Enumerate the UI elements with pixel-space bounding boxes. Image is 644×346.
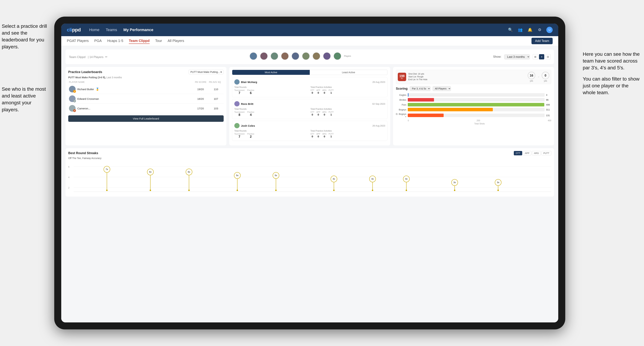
shot-circle-2: 0 yds <box>542 72 549 82</box>
pa-name-3: Josh Coles <box>241 124 255 127</box>
user-avatar[interactable]: U <box>546 27 553 33</box>
player-avatar-8[interactable] <box>323 52 331 60</box>
svg-point-8 <box>106 190 108 191</box>
bar-row-eagles: Eagles 3 <box>396 93 551 97</box>
player-avatar-2[interactable] <box>260 52 268 60</box>
people-icon[interactable]: 👥 <box>517 27 523 33</box>
scoring-filter-players[interactable]: All Players <box>432 86 451 91</box>
chart-axis: 0 200 400 <box>408 119 551 122</box>
subnav-teamclippd[interactable]: Team Clippd <box>129 38 150 44</box>
annotation-top-left: Select a practice drill and see the lead… <box>2 23 52 50</box>
svg-point-44 <box>497 190 499 191</box>
player-avatar-6[interactable] <box>302 52 310 60</box>
subnav-pgat[interactable]: PGAT Players <box>67 38 89 44</box>
shot-circles: 16 yds → 0 yds <box>528 72 549 82</box>
player-avatar-3[interactable] <box>270 52 278 60</box>
streak-filter-ott[interactable]: OTT <box>514 151 522 155</box>
nav-link-home[interactable]: Home <box>89 27 100 33</box>
nav-link-teams[interactable]: Teams <box>106 27 117 33</box>
activity-tabs: Most Active Least Active <box>232 70 388 75</box>
streak-filter-arg[interactable]: ARG <box>532 151 541 155</box>
gold-medal-icon: 🥇 <box>96 88 99 91</box>
edit-icon[interactable]: ✏ <box>105 55 108 58</box>
team-count: | 14 Players <box>88 56 104 58</box>
search-icon[interactable]: 🔍 <box>507 27 514 33</box>
lb-row: 1 Richard Butler 🥇 19/20 110 <box>68 84 224 94</box>
team-controls: Show: Last 3 months ⊞ ≡ ⊟ <box>493 54 550 59</box>
bell-icon[interactable]: 🔔 <box>527 27 533 33</box>
top-nav: clippd Home Teams My Performance 🔍 👥 🔔 ⚙… <box>61 23 558 36</box>
nav-link-myperformance[interactable]: My Performance <box>123 27 153 33</box>
svg-text:4x: 4x <box>405 178 408 180</box>
tablet-screen: clippd Home Teams My Performance 🔍 👥 🔔 ⚙… <box>61 23 558 323</box>
panel-subtitle: PUTT Must Make Putting (3-6 ft), Last 3 … <box>68 76 224 79</box>
streaks-header: Best Round Streaks OTT APP ARG PUTT <box>68 151 551 155</box>
chart-axis-label: Total Shots <box>408 123 551 125</box>
nav-logo: clippd <box>67 27 81 33</box>
practice-dropdown[interactable]: PUTT Must Make Putting... ▾ <box>188 70 224 74</box>
tab-least-active[interactable]: Least Active <box>310 70 387 75</box>
svg-point-40 <box>454 190 455 191</box>
view-full-leaderboard-button[interactable]: View Full Leaderboard <box>68 115 224 122</box>
subnav-pga[interactable]: PGA <box>94 38 102 44</box>
streaks-title: Best Round Streaks <box>68 151 98 155</box>
add-team-button[interactable]: Add Team <box>532 38 553 44</box>
player-avatar-5[interactable] <box>292 52 299 60</box>
pa-player-2: Rees Britt <box>234 101 254 106</box>
show-label: Show: <box>493 55 501 58</box>
player-avatar-4[interactable] <box>281 52 289 60</box>
players-row: Players <box>250 52 351 60</box>
lb-score-2: 18/20 <box>194 97 208 100</box>
svg-point-20 <box>236 190 238 191</box>
streaks-panel: Best Round Streaks OTT APP ARG PUTT Off … <box>66 148 554 197</box>
bar-fill-dbogeys <box>408 114 444 117</box>
lb-avatar-1: 1 <box>69 86 76 92</box>
nav-links: Home Teams My Performance <box>89 27 507 33</box>
annotation-bottom-left: See who is the most and least active amo… <box>2 86 49 113</box>
bar-fill-birdies <box>408 98 434 102</box>
subnav-tour[interactable]: Tour <box>155 38 162 44</box>
lb-name-1: Richard Butler <box>77 88 94 91</box>
pa-player-3: Josh Coles <box>234 123 255 128</box>
lb-header: PLAYER NAME PB SCORE PB AVG SQ <box>68 81 224 83</box>
svg-text:5x: 5x <box>275 174 277 177</box>
svg-text:4x: 4x <box>371 178 374 180</box>
player-avatar-9[interactable] <box>334 52 341 60</box>
tab-most-active[interactable]: Most Active <box>232 70 310 75</box>
show-select[interactable]: Last 3 months <box>504 54 530 59</box>
subnav-hcaps[interactable]: Hcaps 1-5 <box>107 38 123 44</box>
pa-avatar-3 <box>234 123 240 128</box>
svg-text:6x: 6x <box>149 171 152 173</box>
activity-panel: Most Active Least Active Blair McHarg 26… <box>229 67 390 145</box>
streak-filter-app[interactable]: APP <box>523 151 531 155</box>
grid-view-icon[interactable]: ⊞ <box>533 54 538 59</box>
bar-row-dbogeys: D. Bogeys + 131 <box>396 113 551 118</box>
rank-badge-2: 2 <box>73 100 76 102</box>
settings-icon[interactable]: ⚙ <box>536 27 543 33</box>
bar-row-pars: Pars 499 <box>396 103 551 106</box>
bar-fill-bogeys <box>408 108 493 111</box>
pa-date-2: 02 Sep 2023 <box>372 103 385 105</box>
player-avatar-7[interactable] <box>312 52 320 60</box>
lb-score-3: 17/20 <box>194 107 208 110</box>
lb-avatar-2: 2 <box>69 95 76 102</box>
svg-text:4x: 4x <box>333 178 335 180</box>
pa-header-1: Blair McHarg 26 Aug 2023 <box>234 79 385 85</box>
subnav-allplayers[interactable]: All Players <box>168 38 184 44</box>
table-view-icon[interactable]: ⊟ <box>545 54 550 59</box>
player-activity-2: Rees Britt 02 Sep 2023 Total Rounds Tour… <box>232 99 388 119</box>
lb-avg-3: 103 <box>209 107 223 110</box>
lb-player-3: 3 Cameron... <box>69 105 192 112</box>
svg-text:7x: 7x <box>106 168 108 171</box>
list-view-icon[interactable]: ≡ <box>539 54 544 59</box>
lb-player-1: 1 Richard Butler 🥇 <box>69 86 192 92</box>
lb-avatar-3: 3 <box>69 105 76 112</box>
bar-fill-eagles <box>408 93 408 97</box>
player-avatar-1[interactable] <box>250 52 257 60</box>
annotation-top-right: Here you can see how the team have score… <box>583 51 642 96</box>
team-title: Team Clippd | 14 Players <box>69 55 104 59</box>
panel-title: Practice Leaderboards <box>68 70 102 74</box>
scoring-filter-par[interactable]: Par 3, 4 & 5s <box>410 86 430 91</box>
streak-filter-putt[interactable]: PUTT <box>542 151 551 155</box>
lb-score-1: 19/20 <box>194 88 208 91</box>
